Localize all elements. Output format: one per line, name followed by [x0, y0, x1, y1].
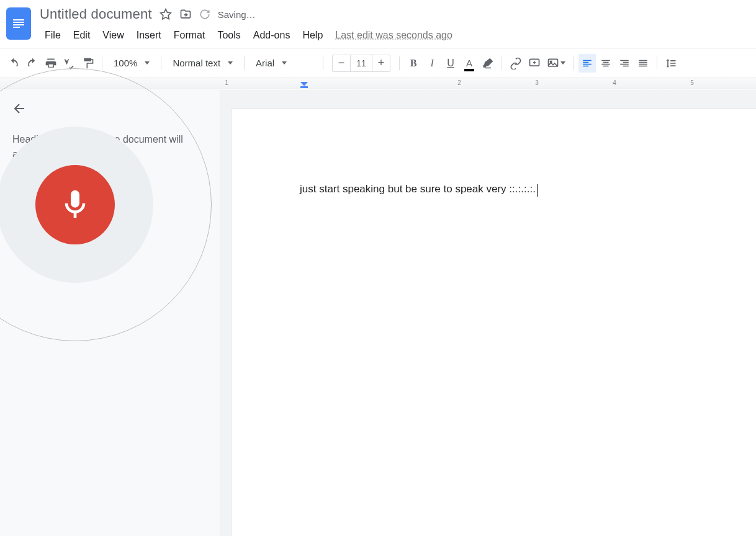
separator	[657, 56, 657, 70]
italic-button[interactable]: I	[423, 54, 441, 73]
zoom-dropdown[interactable]: 100%	[107, 54, 156, 73]
separator	[323, 56, 323, 70]
voice-typing-button[interactable]	[35, 165, 115, 244]
last-edit-link[interactable]: Last edit was seconds ago	[335, 30, 452, 41]
document-title[interactable]: Untitled document	[40, 6, 152, 22]
separator	[244, 56, 245, 70]
outline-sidebar: Headings you add to the document will ap…	[0, 90, 220, 536]
menu-edit[interactable]: Edit	[68, 27, 96, 43]
font-size-input[interactable]	[350, 55, 372, 71]
separator	[502, 56, 502, 70]
indent-marker-icon[interactable]	[300, 82, 308, 88]
move-icon[interactable]	[179, 8, 192, 20]
ruler-mark: 2	[457, 79, 461, 86]
bold-button[interactable]: B	[405, 54, 422, 73]
ruler-mark: 5	[690, 79, 694, 86]
chevron-down-icon	[560, 61, 565, 65]
svg-marker-3	[300, 82, 308, 86]
svg-rect-4	[300, 86, 308, 88]
font-size-decrease-button[interactable]: −	[333, 55, 350, 71]
spellcheck-button[interactable]	[61, 54, 78, 73]
insert-link-button[interactable]	[507, 54, 524, 73]
menu-file[interactable]: File	[40, 27, 66, 43]
separator	[161, 56, 161, 70]
paint-format-button[interactable]	[79, 54, 97, 73]
workspace: Headings you add to the document will ap…	[0, 90, 756, 536]
font-family-value: Arial	[256, 58, 274, 68]
highlight-button[interactable]	[479, 54, 497, 73]
page[interactable]: just start speaking but be sure to speak…	[232, 109, 756, 536]
line-spacing-button[interactable]	[662, 54, 680, 73]
underline-button[interactable]: U	[442, 54, 459, 73]
back-arrow-icon[interactable]	[12, 101, 27, 116]
menu-tools[interactable]: Tools	[212, 27, 245, 43]
text-color-button[interactable]: A	[461, 54, 478, 73]
align-justify-button[interactable]	[634, 54, 652, 73]
font-size-increase-button[interactable]: +	[372, 55, 390, 71]
app-header: Untitled document Saving… File Edit View…	[0, 0, 756, 48]
menu-insert[interactable]: Insert	[132, 27, 166, 43]
font-size-control: − +	[332, 55, 390, 72]
font-family-dropdown[interactable]: Arial	[250, 54, 318, 73]
sync-icon	[199, 9, 210, 20]
align-center-button[interactable]	[597, 54, 614, 73]
separator	[399, 56, 400, 70]
save-status: Saving…	[218, 9, 256, 20]
ruler-mark: 3	[535, 79, 539, 86]
align-right-button[interactable]	[616, 54, 633, 73]
docs-logo-icon[interactable]	[6, 7, 31, 40]
insert-comment-button[interactable]	[526, 54, 543, 73]
menu-view[interactable]: View	[97, 27, 128, 43]
redo-button[interactable]	[24, 54, 41, 73]
horizontal-ruler[interactable]: 1 2 3 4 5	[0, 78, 756, 89]
menu-format[interactable]: Format	[169, 27, 210, 43]
menu-addons[interactable]: Add-ons	[248, 27, 295, 43]
toolbar: 100% Normal text Arial − + B I U A	[0, 48, 756, 78]
chevron-down-icon	[228, 61, 233, 65]
chevron-down-icon	[282, 61, 287, 65]
outline-placeholder-text: Headings you add to the document will ap…	[12, 132, 207, 162]
zoom-value: 100%	[114, 58, 137, 68]
separator	[573, 56, 574, 70]
chevron-down-icon	[145, 61, 150, 65]
insert-image-button[interactable]	[544, 54, 568, 73]
menu-help[interactable]: Help	[297, 27, 328, 43]
separator	[102, 56, 102, 70]
ruler-mark: 4	[613, 79, 616, 86]
title-bar: Untitled document Saving…	[40, 5, 750, 24]
document-canvas[interactable]: just start speaking but be sure to speak…	[220, 90, 756, 536]
undo-button[interactable]	[5, 54, 22, 73]
microphone-icon	[58, 187, 92, 222]
print-button[interactable]	[42, 54, 60, 73]
ruler-mark: 1	[225, 79, 228, 86]
paragraph-style-dropdown[interactable]: Normal text	[166, 54, 239, 73]
align-left-button[interactable]	[578, 54, 596, 73]
menu-bar: File Edit View Insert Format Tools Add-o…	[40, 27, 750, 43]
star-icon[interactable]	[160, 8, 172, 20]
paragraph-style-value: Normal text	[173, 58, 220, 68]
text-cursor	[537, 184, 538, 197]
document-body-text[interactable]: just start speaking but be sure to speak…	[300, 183, 536, 195]
